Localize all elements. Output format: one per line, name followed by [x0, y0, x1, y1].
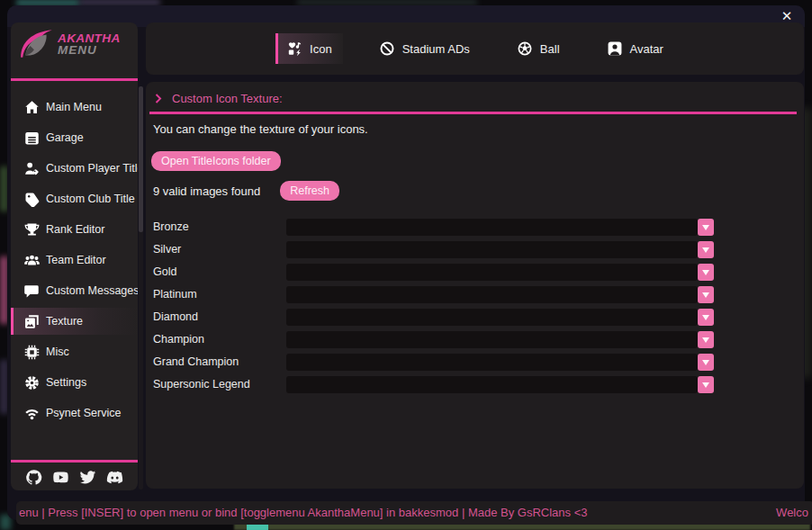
texture-row-supersonic-legend: Supersonic Legend [146, 376, 804, 393]
images-found-row: 9 valid images found Refresh [153, 181, 339, 201]
sidebar-item-label: Garage [46, 131, 84, 144]
texture-dropdown-field[interactable] [286, 286, 698, 303]
sidebar-item-settings[interactable]: Settings [11, 369, 138, 396]
status-text-right: Welco [776, 501, 808, 525]
logo-text: AKANTHA MENU [58, 32, 121, 57]
sidebar-item-texture[interactable]: Texture [11, 308, 138, 335]
sidebar-menu: Main MenuGarageCustom Player TitleCustom… [11, 94, 138, 430]
section-divider [149, 112, 797, 114]
texture-row-diamond: Diamond [146, 309, 804, 326]
sidebar-item-label: Custom Messages [46, 284, 138, 297]
dropdown-arrow-button[interactable] [698, 286, 714, 303]
status-text-left: enu | Press [INSER] to open menu or bind… [19, 501, 587, 525]
tab-avatar[interactable]: Avatar [596, 33, 674, 64]
rank-label: Grand Champion [153, 354, 239, 371]
dropdown-arrow-button[interactable] [698, 241, 714, 258]
sidebar-item-label: Psynet Service [46, 407, 121, 419]
texture-row-grand-champion: Grand Champion [146, 354, 804, 371]
tab-label: Avatar [630, 42, 663, 56]
screen: ✕ AKANTHA MENU Main MenuGarageCustom Pla… [0, 0, 812, 530]
interests-icon [286, 40, 302, 57]
rank-label: Diamond [153, 309, 198, 326]
texture-dropdown-list: BronzeSilverGoldPlatinumDiamondChampionG… [146, 219, 804, 399]
player-title-icon [24, 161, 40, 176]
sidebar-item-label: Texture [46, 315, 83, 328]
chevron-down-icon [702, 270, 709, 275]
texture-dropdown-field[interactable] [286, 219, 698, 236]
sidebar-divider [11, 460, 138, 463]
chevron-down-icon [702, 360, 709, 365]
dropdown-arrow-button[interactable] [698, 219, 714, 236]
chevron-down-icon [702, 225, 709, 230]
section-description: You can change the texture of your icons… [153, 122, 368, 136]
sidebar-item-custom-player-title[interactable]: Custom Player Title [11, 155, 138, 182]
texture-dropdown-field[interactable] [286, 354, 698, 371]
images-found-text: 9 valid images found [153, 184, 260, 198]
dropdown-arrow-button[interactable] [698, 376, 714, 393]
rocket-logo-icon [18, 28, 56, 60]
texture-image-icon [24, 314, 40, 329]
dropdown-arrow-button[interactable] [698, 354, 714, 371]
youtube-icon [52, 469, 69, 486]
avatar-icon [607, 40, 623, 57]
discord-link[interactable] [106, 469, 123, 486]
sidebar-item-misc[interactable]: Misc [11, 338, 138, 365]
chip-icon [24, 345, 40, 360]
dropdown-arrow-button[interactable] [698, 331, 714, 348]
tab-label: Ball [540, 42, 560, 56]
tab-bar: IconStadium ADsBallAvatar [146, 22, 804, 75]
tab-label: Icon [310, 42, 332, 56]
rank-label: Silver [153, 241, 181, 258]
sidebar-item-rank-editor[interactable]: Rank Editor [11, 216, 138, 243]
refresh-button[interactable]: Refresh [280, 181, 339, 201]
sidebar-item-label: Misc [46, 346, 69, 358]
scrollbar-thumb[interactable] [139, 86, 143, 232]
youtube-link[interactable] [52, 469, 69, 486]
twitter-link[interactable] [79, 469, 96, 486]
github-icon [25, 469, 42, 486]
sidebar-item-label: Custom Club Title [46, 193, 135, 205]
sidebar-item-team-editor[interactable]: Team Editor [11, 247, 138, 274]
texture-dropdown-field[interactable] [286, 331, 698, 348]
texture-dropdown-field[interactable] [286, 309, 698, 326]
texture-dropdown-field[interactable] [286, 376, 698, 393]
sidebar-item-custom-club-title[interactable]: Custom Club Title [11, 185, 138, 212]
backdrop-blob [79, 0, 160, 4]
message-bubble-icon [24, 283, 40, 299]
chevron-down-icon [702, 337, 709, 343]
sidebar-item-label: Custom Player Title [46, 162, 138, 175]
sidebar-item-main-menu[interactable]: Main Menu [11, 94, 138, 121]
gear-icon [24, 375, 40, 391]
main-panel: Custom Icon Texture: You can change the … [146, 82, 804, 489]
sidebar-item-psynet-service[interactable]: Psynet Service [11, 400, 138, 427]
rank-label: Champion [153, 331, 204, 348]
texture-dropdown-field[interactable] [286, 241, 698, 258]
sidebar-item-label: Team Editor [46, 254, 106, 266]
dropdown-arrow-button[interactable] [698, 264, 714, 281]
sidebar-item-label: Rank Editor [46, 223, 104, 236]
tab-stadium-ads[interactable]: Stadium ADs [368, 33, 481, 64]
section-title: Custom Icon Texture: [172, 92, 283, 105]
section-header: Custom Icon Texture: [153, 92, 283, 105]
rank-label: Platinum [153, 286, 197, 303]
backdrop-blob [297, 0, 477, 4]
sidebar-item-garage[interactable]: Garage [11, 124, 138, 151]
sidebar-item-label: Settings [46, 376, 86, 389]
wifi-icon [24, 406, 40, 421]
twitter-icon [79, 469, 96, 486]
dropdown-arrow-button[interactable] [698, 309, 714, 326]
sidebar-scrollbar[interactable] [139, 86, 143, 490]
soccer-ball-icon [517, 40, 533, 57]
tab-ball[interactable]: Ball [506, 33, 571, 64]
texture-row-platinum: Platinum [146, 286, 804, 303]
tab-icon[interactable]: Icon [275, 33, 343, 64]
open-titleicons-folder-button[interactable]: Open TitleIcons folder [151, 151, 281, 171]
texture-dropdown-field[interactable] [286, 264, 698, 281]
discord-icon [106, 469, 123, 486]
chevron-down-icon [702, 292, 709, 298]
tab-label: Stadium ADs [402, 42, 470, 56]
sidebar-item-custom-messages[interactable]: Custom Messages [11, 277, 138, 304]
github-link[interactable] [25, 469, 42, 486]
sidebar: AKANTHA MENU Main MenuGarageCustom Playe… [11, 22, 138, 490]
rank-label: Supersonic Legend [153, 376, 250, 393]
